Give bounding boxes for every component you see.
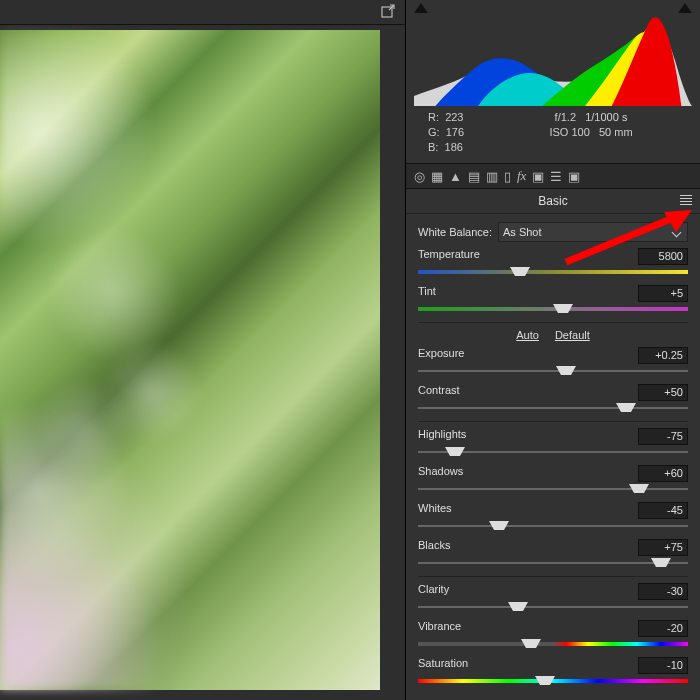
highlights-label: Highlights — [418, 428, 466, 445]
tint-label: Tint — [418, 285, 436, 302]
g-value: 176 — [446, 126, 464, 138]
histogram-panel: R: 223 G: 176 B: 186 f/1.2 1/1000 s ISO … — [406, 0, 700, 163]
saturation-label: Saturation — [418, 657, 468, 674]
b-value: 186 — [445, 141, 463, 153]
highlight-clip-indicator[interactable] — [678, 3, 692, 13]
hsl-tab-icon[interactable]: ▤ — [468, 169, 480, 184]
info-readout: R: 223 G: 176 B: 186 f/1.2 1/1000 s ISO … — [414, 106, 692, 163]
split-tone-tab-icon[interactable]: ▥ — [486, 169, 498, 184]
tint-value[interactable]: +5 — [638, 285, 688, 302]
highlights-value[interactable]: -75 — [638, 428, 688, 445]
vibrance-value[interactable]: -20 — [638, 620, 688, 637]
blacks-label: Blacks — [418, 539, 450, 556]
camera-tab-icon[interactable]: ▣ — [532, 169, 544, 184]
image-preview-pane — [0, 0, 406, 700]
auto-link[interactable]: Auto — [516, 329, 539, 341]
clarity-label: Clarity — [418, 583, 449, 600]
white-balance-label: White Balance: — [418, 226, 492, 238]
panel-menu-icon[interactable] — [680, 195, 692, 205]
vibrance-slider[interactable]: Vibrance-20 — [418, 620, 688, 649]
tint-slider[interactable]: Tint+5 — [418, 285, 688, 314]
calibration-tab-icon[interactable]: ☰ — [550, 169, 562, 184]
detail-tab-icon[interactable]: ▲ — [449, 169, 462, 184]
contrast-value[interactable]: +50 — [638, 384, 688, 401]
fx-tab-icon[interactable]: fx — [517, 168, 526, 184]
white-balance-select[interactable]: As Shot — [498, 222, 688, 242]
b-label: B: — [428, 141, 438, 153]
tone-curve-tab-icon[interactable]: ▦ — [431, 169, 443, 184]
exposure-value[interactable]: +0.25 — [638, 347, 688, 364]
whites-value[interactable]: -45 — [638, 502, 688, 519]
blacks-value[interactable]: +75 — [638, 539, 688, 556]
presets-tab-icon[interactable]: ▣ — [568, 169, 580, 184]
temperature-value[interactable]: 5800 — [638, 248, 688, 265]
contrast-label: Contrast — [418, 384, 460, 401]
lens-tab-icon[interactable]: ▯ — [504, 169, 511, 184]
basic-tab-icon[interactable]: ◎ — [414, 169, 425, 184]
blacks-slider[interactable]: Blacks+75 — [418, 539, 688, 568]
g-label: G: — [428, 126, 440, 138]
temperature-label: Temperature — [418, 248, 480, 265]
temperature-slider[interactable]: Temperature5800 — [418, 248, 688, 277]
focal-value: 50 mm — [599, 126, 633, 138]
r-value: 223 — [445, 111, 463, 123]
whites-label: Whites — [418, 502, 452, 519]
clarity-slider[interactable]: Clarity-30 — [418, 583, 688, 612]
export-icon[interactable] — [381, 4, 395, 21]
shadows-slider[interactable]: Shadows+60 — [418, 465, 688, 494]
basic-panel-header: Basic — [406, 189, 700, 214]
highlights-slider[interactable]: Highlights-75 — [418, 428, 688, 457]
panel-title: Basic — [538, 194, 567, 208]
shadows-value[interactable]: +60 — [638, 465, 688, 482]
preview-toolbar — [0, 0, 405, 25]
panel-tabstrip: ◎ ▦ ▲ ▤ ▥ ▯ fx ▣ ☰ ▣ — [406, 163, 700, 189]
white-balance-value: As Shot — [503, 226, 542, 238]
shutter-value: 1/1000 s — [585, 111, 627, 123]
saturation-slider[interactable]: Saturation-10 — [418, 657, 688, 686]
shadow-clip-indicator[interactable] — [414, 3, 428, 13]
clarity-value[interactable]: -30 — [638, 583, 688, 600]
histogram[interactable] — [414, 8, 692, 106]
vibrance-label: Vibrance — [418, 620, 461, 637]
develop-sidebar: R: 223 G: 176 B: 186 f/1.2 1/1000 s ISO … — [406, 0, 700, 700]
whites-slider[interactable]: Whites-45 — [418, 502, 688, 531]
r-label: R: — [428, 111, 439, 123]
exposure-slider[interactable]: Exposure+0.25 — [418, 347, 688, 376]
exposure-label: Exposure — [418, 347, 464, 364]
default-link[interactable]: Default — [555, 329, 590, 341]
chevron-down-icon — [672, 227, 682, 237]
contrast-slider[interactable]: Contrast+50 — [418, 384, 688, 413]
photo-preview[interactable] — [0, 30, 380, 690]
saturation-value[interactable]: -10 — [638, 657, 688, 674]
basic-panel-body: White Balance: As Shot Temperature5800 T… — [406, 214, 700, 698]
iso-value: ISO 100 — [549, 126, 589, 138]
shadows-label: Shadows — [418, 465, 463, 482]
aperture-value: f/1.2 — [555, 111, 576, 123]
